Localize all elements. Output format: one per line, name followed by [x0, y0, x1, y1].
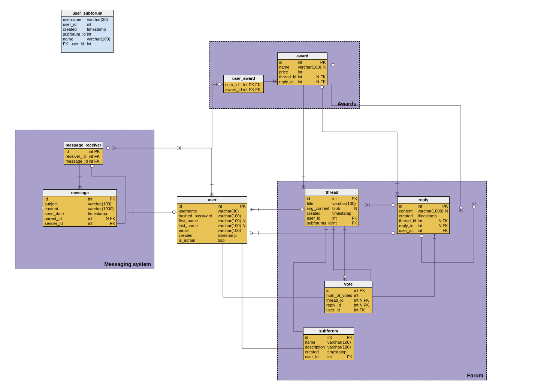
- entity-user[interactable]: useridintPKusernamevarchar(30)hashed_pas…: [177, 196, 247, 244]
- svg-line-61: [250, 233, 254, 235]
- table-row: createdtimestamp: [305, 211, 359, 216]
- table-row: reply_idintN FK: [398, 223, 449, 228]
- entity-message[interactable]: messageidintPKsubjectvarchar(100)content…: [43, 189, 117, 227]
- container-awards-label: Awards: [338, 101, 356, 107]
- container-messaging-label: Messaging system: [105, 261, 151, 267]
- entity-user_subforum-title: user_subforum: [61, 10, 113, 17]
- table-row: thread_idintN FK: [278, 75, 327, 79]
- table-row: user_idint FK: [325, 308, 372, 313]
- table-row: idintPK: [305, 196, 359, 201]
- table-row: user_idint PK FK: [224, 82, 263, 87]
- table-row: thread_idintN FK: [398, 218, 449, 223]
- table-row: priceint: [278, 70, 327, 75]
- entity-thread-title: thread: [305, 189, 359, 196]
- svg-line-48: [177, 146, 181, 148]
- table-row: idint PK: [325, 288, 372, 293]
- entity-thread[interactable]: threadidintPKtitlevarchar(100)img_conten…: [305, 189, 359, 226]
- table-row: is_adminbool: [177, 238, 247, 243]
- table-row: user_idintFK: [303, 355, 354, 359]
- table-row: emailvarchar(100): [177, 228, 247, 233]
- table-row: namevarchar(100): [61, 37, 113, 42]
- entity-vote-title: vote: [325, 281, 372, 288]
- table-row: FK_user_idint: [61, 42, 113, 46]
- table-row: usernamevarchar(30): [61, 17, 113, 22]
- svg-line-45: [210, 193, 212, 196]
- table-row: user_idintFK: [305, 216, 359, 221]
- table-row: titlevarchar(100): [305, 201, 359, 206]
- svg-point-27: [172, 211, 175, 214]
- table-row: createdtimestamp: [303, 350, 354, 355]
- table-row: idintPK: [43, 197, 117, 202]
- table-row: createdtimestamp: [61, 27, 113, 32]
- entity-award[interactable]: awardidintPKnamevarchar(100)Npriceintthr…: [277, 52, 327, 85]
- table-row: receiver_idint FK: [64, 154, 103, 159]
- table-row: thread_idint N FK: [325, 298, 372, 303]
- table-row: user_idint: [61, 22, 113, 27]
- table-row: createdtimestamp: [398, 214, 449, 218]
- svg-line-46: [212, 193, 214, 196]
- table-row: first_namevarchar(100)N: [177, 218, 247, 223]
- svg-line-57: [250, 208, 254, 209]
- table-row: subforums_idintFK: [305, 221, 359, 226]
- table-row: message_idint FK: [64, 159, 103, 164]
- entity-user-title: user: [177, 197, 247, 203]
- svg-line-60: [250, 231, 254, 233]
- table-row: sender_idintFK: [43, 221, 117, 226]
- table-row: user_idintFK: [398, 228, 449, 233]
- entity-reply[interactable]: replyidintPKcontentvarchar(1000)Ncreated…: [397, 196, 450, 234]
- table-row: award_idint PK FK: [224, 87, 263, 92]
- entity-user_award-title: user_award: [224, 75, 263, 82]
- table-row: img_contentblobN: [305, 206, 359, 211]
- table-row: last_namevarchar(100)N: [177, 223, 247, 228]
- table-row: descriptionvarchar(100): [303, 345, 354, 350]
- entity-award-title: award: [278, 53, 327, 60]
- table-row: parent_idintN FK: [43, 216, 117, 221]
- table-row: idint PK: [64, 149, 103, 154]
- table-row: namevarchar(100): [303, 340, 354, 345]
- entity-reply-title: reply: [398, 197, 449, 203]
- table-row: subforum_idint: [61, 32, 113, 37]
- table-row: num_of_votesint: [325, 293, 372, 298]
- container-forum-label: Forum: [467, 373, 483, 379]
- svg-line-49: [177, 148, 181, 150]
- table-row: send_datetimestamp: [43, 211, 117, 216]
- table-row: reply_idintN FK: [278, 79, 327, 84]
- entity-subforum-title: subforum: [303, 328, 354, 335]
- entity-user_subforum[interactable]: user_subforumusernamevarchar(30)user_idi…: [61, 10, 114, 53]
- table-row: idintPK: [398, 204, 449, 209]
- table-row: contentvarchar(1000): [43, 206, 117, 211]
- table-row: createdtimestamp: [177, 233, 247, 238]
- table-row: contentvarchar(1000)N: [398, 209, 449, 214]
- entity-message_receiver-title: message_receiver: [64, 142, 103, 149]
- table-row: reply_idint N FK: [325, 303, 372, 308]
- table-row: namevarchar(100)N: [278, 65, 327, 70]
- table-row: usernamevarchar(30): [177, 209, 247, 214]
- entity-subforum[interactable]: subforumidintPKnamevarchar(100)descripti…: [303, 328, 354, 360]
- entity-vote[interactable]: voteidint PKnum_of_votesintthread_idint …: [324, 281, 372, 313]
- table-row: idintPK: [278, 60, 327, 65]
- table-row: idintPK: [177, 204, 247, 209]
- entity-user_award[interactable]: user_awarduser_idint PK FKaward_idint PK…: [223, 75, 264, 93]
- table-row: hashed_passwordvarchar(100): [177, 214, 247, 218]
- svg-line-58: [250, 209, 254, 211]
- entity-message-title: message: [43, 190, 117, 196]
- table-row: subjectvarchar(100): [43, 202, 117, 206]
- entity-message_receiver[interactable]: message_receiveridint PKreceiver_idint F…: [64, 142, 103, 165]
- table-row: idintPK: [303, 335, 354, 340]
